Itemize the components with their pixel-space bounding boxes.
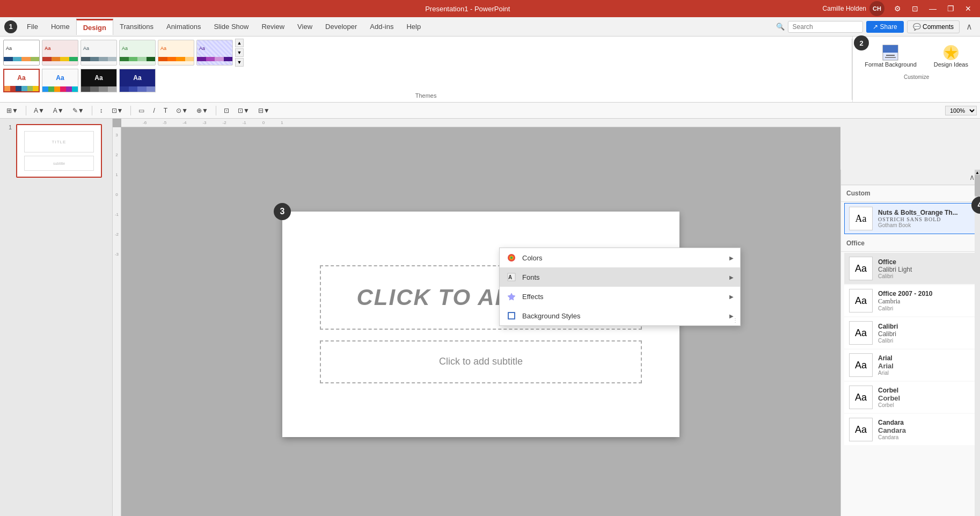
toolbar-align-btn[interactable]: ⊡▼	[235, 106, 253, 115]
slide-panel: 1 TITLE subtitle	[0, 119, 113, 516]
close-button[interactable]: ✕	[962, 3, 975, 14]
theme-variant-1[interactable]: Aa	[3, 69, 40, 92]
comments-button[interactable]: 💬 Comments	[907, 20, 960, 33]
dropdown-fonts[interactable]: A Fonts ▶	[500, 267, 740, 287]
settings-icon[interactable]: ⚙	[891, 3, 904, 14]
theme-gray[interactable]: Aa	[81, 40, 117, 66]
font-name-office-6: Candara	[878, 419, 906, 426]
theme-red[interactable]: Aa	[42, 40, 78, 66]
effects-arrow: ▶	[729, 294, 734, 300]
theme-pattern[interactable]: Aa	[196, 40, 233, 66]
slide-item-1[interactable]: 1 TITLE subtitle	[4, 124, 108, 178]
tab-slideshow[interactable]: Slide Show	[207, 19, 255, 34]
customize-buttons: 2 Format Background	[858, 40, 975, 72]
dropdown-effects[interactable]: Effects ▶	[500, 287, 740, 306]
customize-group: 2 Format Background	[852, 37, 980, 102]
font-item-office-2[interactable]: Aa Office 2007 - 2010 Cambria Calibri	[844, 285, 977, 316]
tab-developer[interactable]: Developer	[319, 19, 363, 34]
design-ideas-button[interactable]: Design Ideas	[927, 40, 975, 72]
fonts-panel-collapse[interactable]: ∧	[969, 173, 975, 181]
font-item-office-6[interactable]: Aa Candara Candara Candara	[844, 414, 977, 445]
theme-expand[interactable]: ▼	[235, 58, 244, 67]
toolbar-select-btn[interactable]: ⊟▼	[255, 106, 273, 115]
font-info-office-6: Candara Candara Candara	[878, 419, 906, 440]
theme-variant-dark2[interactable]: Aa	[119, 69, 156, 92]
toolbar-font-color-btn[interactable]: A▼	[31, 106, 48, 115]
themes-group: Aa Aa	[0, 37, 852, 102]
toolbar-fill-btn[interactable]: A▼	[50, 106, 67, 115]
toolbar-layout-btn[interactable]: ⊞▼	[3, 106, 21, 115]
font-name-office-4: Arial	[878, 354, 894, 362]
share-button[interactable]: ↗ Share	[866, 21, 904, 33]
tab-review[interactable]: Review	[255, 19, 291, 34]
title-bar: Presentation1 - PowerPoint Camille Holde…	[0, 0, 980, 17]
ribbon-themes-section: Aa Aa	[0, 37, 980, 102]
tab-help[interactable]: Help	[400, 19, 427, 34]
theme-variant-dark[interactable]: Aa	[81, 69, 117, 92]
font-preview-office-4: Aa	[849, 353, 873, 377]
font-info-office-4: Arial Arial Arial	[878, 354, 894, 376]
scroll-up-btn[interactable]: ▲	[975, 170, 980, 175]
maximize-button[interactable]: ❐	[944, 3, 957, 14]
font-heading-custom: OSTRICH SANS BOLD	[878, 216, 958, 222]
theme-green[interactable]: Aa	[119, 40, 156, 66]
tab-design[interactable]: Design	[76, 19, 113, 35]
fonts-panel-topbar: ∧	[841, 170, 980, 185]
toolbar-edit-btn[interactable]: ⊡	[221, 106, 232, 115]
theme-variant-2[interactable]: Aa	[42, 69, 78, 92]
collapse-ribbon-button[interactable]: ∧	[963, 21, 976, 32]
font-item-office-3[interactable]: Aa Calibri Calibri Calibri	[844, 317, 977, 348]
toolbar-sep1	[26, 106, 26, 115]
fonts-icon: A	[506, 272, 517, 282]
font-body-office-4: Arial	[878, 370, 894, 376]
font-body-office-3: Calibri	[878, 338, 898, 344]
font-preview-office-1: Aa	[849, 257, 873, 280]
toolbar-arrange-btn[interactable]: ↕	[97, 106, 106, 115]
fonts-scroll[interactable]: Custom Aa Nuts & Bolts_Orange Th... OSTR…	[841, 185, 980, 516]
font-item-custom[interactable]: Aa Nuts & Bolts_Orange Th... OSTRICH SAN…	[844, 203, 977, 234]
svg-rect-2	[886, 55, 895, 56]
tab-addins[interactable]: Add-ins	[363, 19, 400, 34]
font-name-office-3: Calibri	[878, 323, 898, 330]
font-info-office-5: Corbel Corbel Corbel	[878, 387, 900, 408]
svg-point-8	[510, 257, 513, 259]
toolbar-textbox-btn[interactable]: T	[160, 106, 171, 115]
font-body-office-6: Candara	[878, 434, 906, 440]
slide-thumbnail[interactable]: TITLE subtitle	[16, 124, 102, 178]
search-input[interactable]	[788, 21, 863, 33]
theme-blank[interactable]: Aa	[3, 40, 40, 66]
minimize-button[interactable]: —	[926, 3, 940, 14]
toolbar-group-btn[interactable]: ⊡▼	[108, 106, 127, 115]
tab-home[interactable]: Home	[45, 19, 76, 34]
svg-rect-1	[883, 45, 898, 53]
fonts-scrollbar[interactable]: ▲ ▼	[975, 170, 980, 516]
tab-file[interactable]: File	[20, 19, 45, 34]
tab-view[interactable]: View	[291, 19, 319, 34]
toolbar-shapes2-btn[interactable]: ⊙▼	[173, 106, 191, 115]
document-title: Presentation1 - PowerPoint	[425, 5, 510, 13]
toolbar-line-btn[interactable]: /	[150, 106, 158, 115]
dropdown-colors[interactable]: Colors ▶	[500, 248, 740, 267]
tab-transitions[interactable]: Transitions	[113, 19, 160, 34]
theme-scroll-down[interactable]: ▼	[235, 48, 244, 57]
ruler-horizontal: -6 -5 -4 -3 -2 -1 0 1	[121, 119, 840, 127]
toolbar-shape-btn[interactable]: ▭	[135, 106, 148, 115]
canvas-inner: 3210-1-2-3 3 CLICK TO ADD TITLE Click to…	[113, 127, 840, 516]
zoom-select[interactable]: 100%	[945, 106, 977, 115]
fonts-dropdown-menu: Colors ▶ A Fonts ▶	[499, 248, 741, 326]
dropdown-bg-styles[interactable]: Background Styles ▶	[500, 306, 740, 325]
toolbar-outline-btn[interactable]: ✎▼	[69, 106, 87, 115]
font-item-office-1[interactable]: Aa Office Calibri Light Calibri	[844, 253, 977, 284]
font-name-custom: Nuts & Bolts_Orange Th...	[878, 209, 958, 216]
font-item-office-5[interactable]: Aa Corbel Corbel Corbel	[844, 382, 977, 413]
font-item-office-4[interactable]: Aa Arial Arial Arial	[844, 350, 977, 381]
user-avatar: CH	[869, 1, 884, 16]
subtitle-placeholder[interactable]: Click to add subtitle	[320, 340, 642, 383]
ribbon-content-area: Aa Aa	[0, 37, 980, 103]
share-icon: ↗	[873, 23, 878, 31]
theme-scroll-up[interactable]: ▲	[235, 39, 244, 47]
restore-icon[interactable]: ⊡	[909, 3, 922, 14]
toolbar-smartart-btn[interactable]: ⊕▼	[193, 106, 211, 115]
theme-orange[interactable]: Aa	[158, 40, 194, 66]
tab-animations[interactable]: Animations	[160, 19, 207, 34]
